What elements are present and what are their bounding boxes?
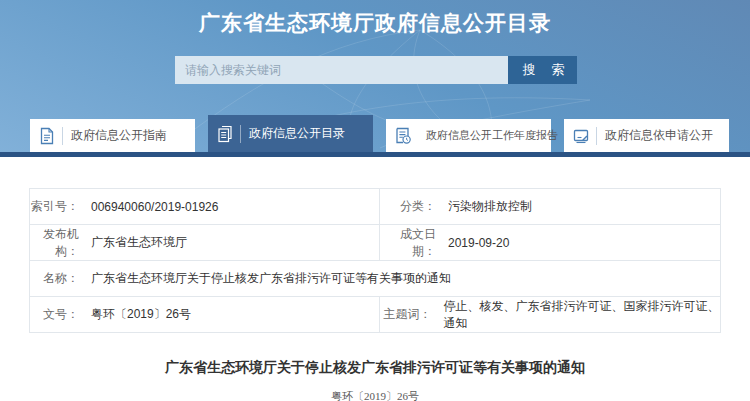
annual-report-icon bbox=[394, 127, 412, 145]
field-value: 广东省生态环境厅 bbox=[91, 234, 187, 251]
tab-label: 政府信息公开工作年度报告 bbox=[426, 128, 558, 143]
field-label: 文号： bbox=[30, 306, 79, 323]
search-input[interactable] bbox=[175, 56, 508, 84]
field-value: 停止、核发、广东省排污许可证、国家排污许可证、通知 bbox=[444, 298, 720, 332]
table-row: 发布机构： 广东省生态环境厅 成文日期： 2019-09-20 bbox=[30, 225, 720, 261]
page-title: 广东省生态环境厅政府信息公开目录 bbox=[0, 9, 750, 37]
tab-divider bbox=[240, 125, 241, 143]
nav-tabs: 政府信息公开指南 政府信息公开目录 政府信息公开工作年度报告 bbox=[30, 115, 729, 152]
field-label: 名称： bbox=[30, 270, 79, 287]
apply-request-icon bbox=[572, 127, 590, 145]
field-label: 成文日期： bbox=[380, 226, 436, 260]
field-label: 主题词： bbox=[380, 306, 432, 323]
page-header: 广东省生态环境厅政府信息公开目录 搜 索 政府信息公开指南 政府信息公开目录 bbox=[0, 0, 750, 157]
nav-underline-bar bbox=[0, 152, 750, 157]
documents-stack-icon bbox=[216, 125, 234, 143]
tab-label: 政府信息依申请公开 bbox=[605, 127, 713, 144]
document-guide-icon bbox=[38, 127, 56, 145]
field-value: 2019-09-20 bbox=[448, 236, 509, 250]
tab-disclosure-directory[interactable]: 政府信息公开目录 bbox=[208, 115, 373, 152]
table-row: 文号： 粤环〔2019〕26号 主题词： 停止、核发、广东省排污许可证、国家排污… bbox=[30, 297, 720, 333]
tab-divider bbox=[62, 127, 63, 145]
search-bar: 搜 索 bbox=[175, 56, 577, 84]
issue-date-cell: 成文日期： 2019-09-20 bbox=[380, 225, 720, 260]
field-value: 污染物排放控制 bbox=[448, 198, 532, 215]
table-row: 索引号： 006940060/2019-01926 分类： 污染物排放控制 bbox=[30, 189, 720, 225]
keywords-cell: 主题词： 停止、核发、广东省排污许可证、国家排污许可证、通知 bbox=[380, 297, 720, 332]
article-doc-number: 粤环〔2019〕26号 bbox=[0, 389, 750, 401]
field-label: 发布机构： bbox=[30, 226, 79, 260]
tab-label: 政府信息公开指南 bbox=[71, 127, 167, 144]
tab-disclosure-by-request[interactable]: 政府信息依申请公开 bbox=[564, 119, 729, 152]
index-number-cell: 索引号： 006940060/2019-01926 bbox=[30, 189, 380, 224]
tab-annual-report[interactable]: 政府信息公开工作年度报告 bbox=[386, 119, 551, 152]
search-button[interactable]: 搜 索 bbox=[508, 56, 577, 84]
document-meta-table: 索引号： 006940060/2019-01926 分类： 污染物排放控制 发布… bbox=[29, 188, 721, 333]
tab-divider bbox=[596, 127, 597, 145]
table-row: 名称： 广东省生态环境厅关于停止核发广东省排污许可证等有关事项的通知 bbox=[30, 261, 720, 297]
field-value: 006940060/2019-01926 bbox=[91, 200, 218, 214]
field-value: 粤环〔2019〕26号 bbox=[91, 306, 191, 323]
article-title: 广东省生态环境厅关于停止核发广东省排污许可证等有关事项的通知 bbox=[0, 359, 750, 377]
document-name-cell: 名称： 广东省生态环境厅关于停止核发广东省排污许可证等有关事项的通知 bbox=[30, 261, 720, 296]
field-label: 分类： bbox=[380, 198, 436, 215]
tab-disclosure-guide[interactable]: 政府信息公开指南 bbox=[30, 119, 195, 152]
category-cell: 分类： 污染物排放控制 bbox=[380, 189, 720, 224]
publisher-cell: 发布机构： 广东省生态环境厅 bbox=[30, 225, 380, 260]
field-label: 索引号： bbox=[30, 198, 79, 215]
doc-number-cell: 文号： 粤环〔2019〕26号 bbox=[30, 297, 380, 332]
tab-label: 政府信息公开目录 bbox=[249, 125, 345, 142]
field-value: 广东省生态环境厅关于停止核发广东省排污许可证等有关事项的通知 bbox=[91, 270, 451, 287]
